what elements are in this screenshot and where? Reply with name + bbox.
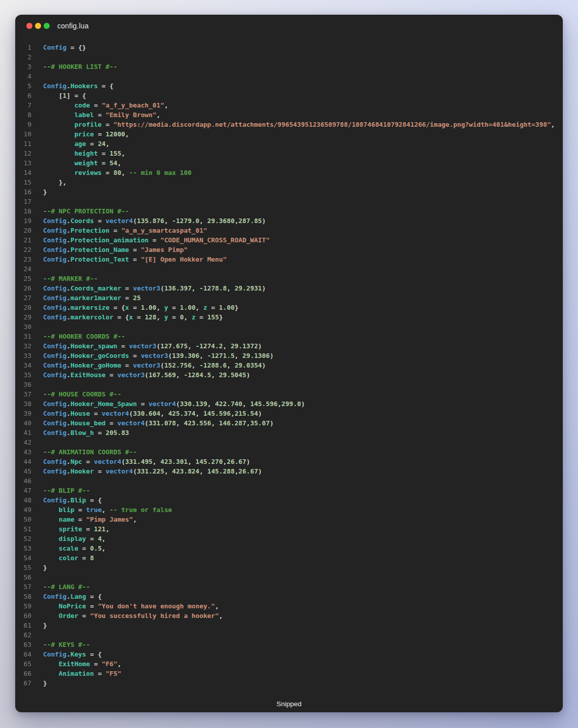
token-punctuation: = [94,670,105,677]
token-property: Hooker_Home_Spawn [70,400,137,408]
code-text: age = 24, [43,139,110,149]
code-line: 31--# HOOKER COORDS #-- [15,332,563,341]
code-text: scale = 0.5, [43,543,105,553]
token-punctuation: = [102,121,114,128]
token-property: Lang [70,593,86,600]
token-punctuation: = [149,236,160,244]
code-text: Config.markersize = {x = 1.00, y = 1.00,… [43,303,238,312]
token-punctuation: = [94,429,105,436]
token-function: vector4 [102,410,129,417]
token-variable: Config [43,496,66,504]
token-punctuation: , [105,140,110,148]
token-punctuation [43,159,75,167]
token-punctuation: } [235,304,239,311]
token-variable: Config [43,593,66,600]
code-text: --# MARKER #-- [43,274,98,283]
code-line: 6 [1] = { [15,91,563,100]
title-bar: config.lua [15,15,563,37]
code-line: 10 price = 12000, [15,129,563,139]
token-punctuation: , [231,410,235,417]
token-punctuation: = [129,304,141,311]
token-punctuation [43,150,75,157]
token-comment: --# ANIMATION COORDS #-- [43,448,137,456]
token-punctuation: ) [258,410,262,417]
window-title: config.lua [57,22,89,30]
code-text: --# ANIMATION COORDS #-- [43,447,137,457]
token-variable: Config [43,371,66,379]
code-text: NoPrice = "You don't have enough money."… [43,601,219,611]
token-punctuation: = [90,660,101,668]
code-line: 12 height = 155, [15,149,563,158]
line-number: 19 [15,216,31,226]
token-punctuation: = [86,602,98,610]
code-editor[interactable]: 1Config = {}23--# HOOKER LIST #--45Confi… [15,37,563,688]
token-function: vector3 [141,352,168,359]
token-property: scale [59,544,79,552]
code-line: 56 [15,572,563,582]
line-number: 26 [15,283,31,293]
code-text: reviews = 80, -- min 0 max 100 [43,168,192,177]
token-number: -1288.6 [199,361,227,369]
token-punctuation: = { [114,313,129,321]
token-number: 423.556 [184,419,211,427]
token-variable: Config [43,304,66,311]
token-punctuation: = {} [66,44,86,51]
token-punctuation: = [78,554,90,562]
token-punctuation: } [43,622,47,629]
code-line: 53 scale = 0.5, [15,543,563,553]
minimize-button[interactable] [35,23,41,29]
token-number: 205.83 [105,429,129,436]
line-number: 41 [15,428,31,438]
code-line: 34Config.Hooker_goHome = vector3(152.756… [15,360,563,370]
line-number: 38 [15,399,31,409]
token-punctuation: , [117,159,121,167]
token-number: 139.306 [172,352,199,359]
line-number: 33 [15,351,31,360]
token-punctuation: , [211,419,219,427]
token-number: 1.00 [141,304,157,311]
token-number: 26.67 [227,458,246,465]
token-function: vector3 [133,361,160,369]
token-punctuation: . [66,82,70,90]
code-line: 55} [15,563,563,572]
token-punctuation: ( [121,458,125,465]
token-number: -1284.5 [184,371,211,379]
token-comment: --# LANG #-- [43,583,90,591]
token-punctuation: = { [86,496,102,504]
token-punctuation: , [117,660,121,668]
code-line: 4 [15,71,563,81]
token-punctuation: . [66,313,70,321]
token-number: 8 [90,554,94,562]
code-line: 5Config.Hookers = { [15,81,563,91]
token-punctuation: ( [160,284,164,292]
token-punctuation: . [66,419,70,427]
token-punctuation: ) [246,458,250,465]
line-number: 5 [15,81,31,91]
token-punctuation: , [184,313,191,321]
token-punctuation: = [129,256,141,263]
token-number: 24 [98,140,105,148]
token-punctuation [43,121,75,128]
token-punctuation: , [207,400,215,408]
token-property: Protection [70,227,110,234]
token-punctuation: ( [144,371,149,379]
line-number: 14 [15,168,31,177]
code-text: Config.Hooker_spawn = vector3(127.675, -… [43,341,262,351]
code-line: 8 label = "Emily Brown", [15,110,563,120]
line-number: 8 [15,110,31,120]
code-line: 24 [15,264,563,274]
token-punctuation: = [86,535,98,542]
token-punctuation: , [199,217,207,225]
code-line: 39Config.House = vector4(330.604, 425.37… [15,409,563,418]
line-number: 56 [15,572,31,582]
code-line: 13 weight = 54, [15,158,563,168]
close-button[interactable] [26,23,32,29]
code-text: Config.Hooker_goCoords = vector3(139.306… [43,351,274,360]
token-punctuation: ) [262,284,266,292]
token-punctuation: ) [262,217,266,225]
line-number: 21 [15,235,31,245]
code-line: 42 [15,438,563,447]
maximize-button[interactable] [44,23,50,29]
token-number: 331.225 [137,467,164,475]
code-text: --# HOOKER COORDS #-- [43,332,125,341]
